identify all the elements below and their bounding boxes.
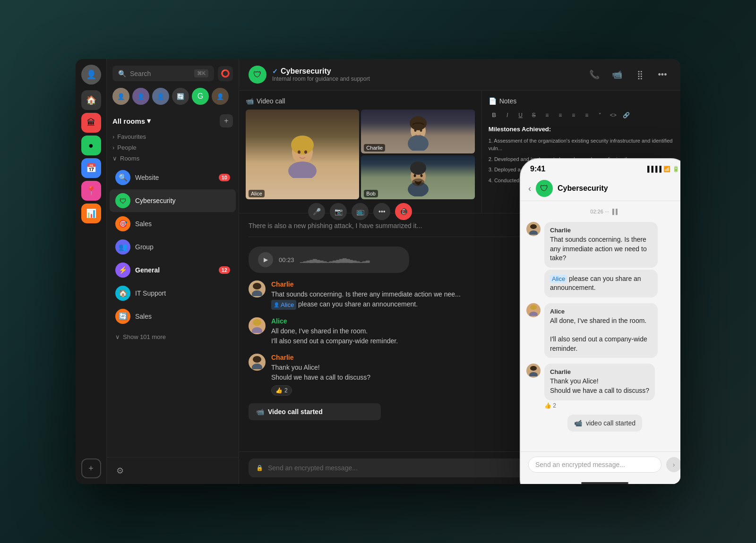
dot-nav-btn[interactable]: ● [81, 136, 101, 155]
sidebar-bottom: ⚙ [107, 457, 239, 484]
mobile-message-input[interactable]: Send an encrypted message... [528, 457, 662, 473]
search-label: Search [130, 70, 151, 77]
people-section[interactable]: › People [107, 142, 239, 153]
svg-point-17 [253, 283, 261, 289]
audio-waveform: ▁▂▃▄▅▄▃▂▁▂▃▄▅▆▅▄▃▂▁▂▃ [300, 257, 369, 263]
room-icon-cybersecurity: 🛡 [115, 193, 130, 208]
map-nav-btn[interactable]: 📍 [81, 181, 101, 201]
mobile-room-name: Cybersecurity [558, 184, 608, 193]
list1-btn[interactable]: ≡ [541, 110, 553, 121]
svg-point-7 [408, 135, 429, 151]
user-avatar-5[interactable]: G [192, 88, 209, 105]
room-icon-sales: 🎯 [115, 216, 130, 231]
video-face-alice [246, 110, 359, 199]
mobile-home-bar [521, 477, 680, 484]
mobile-send-btn[interactable]: › [666, 457, 680, 472]
room-item-itsupport[interactable]: 🏠 IT Support [110, 282, 236, 305]
mobile-alice-text: All done, I've shared in the room. I'll … [550, 316, 652, 353]
mobile-charlie-text-2: Thank you Alice! Should we have a call t… [550, 377, 649, 395]
room-item-website[interactable]: 🔍 Website 10 [110, 166, 236, 189]
svg-point-3 [298, 151, 301, 154]
rooms-section[interactable]: ∨ Rooms [107, 153, 239, 164]
mobile-signal-icons: ▐▐▐▐ 📶 🔋 [645, 166, 679, 172]
code-btn[interactable]: <> [608, 110, 619, 121]
user-avatar-1[interactable]: 👤 [112, 88, 129, 105]
mobile-messages-area: 02:26 ··· ▐ ▌ Charlie That sounds concer… [521, 201, 680, 451]
chat-header-info: ✓ Cybersecurity Internal room for guidan… [272, 67, 580, 82]
room-item-group[interactable]: 👥 Group [110, 236, 236, 258]
building-nav-btn[interactable]: 🏛 [81, 113, 101, 133]
room-item-sales2[interactable]: 🔄 Sales [110, 305, 236, 328]
all-rooms-label[interactable]: All rooms ▾ [112, 117, 151, 125]
emoji-reaction[interactable]: 👍 2 [271, 385, 292, 396]
underline-btn[interactable]: U [515, 110, 526, 121]
battery-icon: 🔋 [672, 166, 679, 172]
apps-btn[interactable]: ⣿ [631, 66, 648, 83]
mobile-charlie-mention-text: Alice please can you share an announceme… [550, 274, 652, 293]
user-avatar-3[interactable]: 👤 [152, 88, 169, 105]
user-avatar-2[interactable]: 👤 [132, 88, 149, 105]
chart-nav-btn[interactable]: 📊 [81, 204, 101, 223]
mobile-charlie-mention-bubble: Alice please can you share an announceme… [544, 270, 658, 297]
svg-point-26 [530, 224, 537, 229]
search-box[interactable]: 🔍 Search ⌘K [112, 66, 214, 81]
chat-room-avatar: 🛡 [249, 66, 266, 84]
thumbsup-emoji: 👍 [275, 387, 283, 394]
svg-point-29 [530, 305, 537, 310]
input-placeholder: Send an encrypted message... [268, 464, 358, 472]
mobile-alice-name: Alice [550, 308, 652, 315]
strikethrough-btn[interactable]: S [528, 110, 540, 121]
charlie-avatar [249, 280, 266, 297]
audio-time: 00:23 [279, 256, 294, 263]
room-item-general[interactable]: ⚡ General 12 [110, 259, 236, 281]
video-name-alice: Alice [249, 190, 265, 197]
room-item-sales[interactable]: 🎯 Sales [110, 212, 236, 235]
mobile-charlie-avatar-2 [526, 364, 541, 378]
svg-point-33 [529, 372, 538, 376]
video-panel-title: 📹 Video call [246, 97, 475, 105]
svg-point-18 [252, 290, 262, 296]
quote-btn[interactable]: " [594, 110, 606, 121]
list4-btn[interactable]: ≡ [581, 110, 593, 121]
svg-point-1 [291, 136, 314, 154]
list3-btn[interactable]: ≡ [568, 110, 579, 121]
chevron-down-small-icon: ∨ [115, 333, 120, 340]
favourites-section[interactable]: › Favourites [107, 131, 239, 142]
mobile-msg-charlie-2: Charlie Thank you Alice! Should we have … [526, 364, 680, 408]
room-item-cybersecurity[interactable]: 🛡 Cybersecurity [110, 189, 236, 212]
bold-btn[interactable]: B [489, 110, 500, 121]
add-room-btn[interactable]: + [220, 114, 233, 127]
italic-btn[interactable]: I [502, 110, 513, 121]
mobile-back-btn[interactable]: ‹ [528, 184, 531, 194]
svg-point-14 [420, 174, 422, 177]
notes-panel-title: 📄 Notes [489, 97, 674, 105]
user-avatar-6[interactable]: 👤 [212, 88, 229, 105]
settings-btn[interactable]: ⚙ [112, 463, 128, 478]
mobile-video-call-notification: 📹 video call started [567, 415, 642, 432]
room-name-sales2: Sales [135, 313, 230, 320]
list2-btn[interactable]: ≡ [555, 110, 566, 121]
rooms-label: Rooms [120, 155, 139, 162]
room-icon-group: 👥 [115, 239, 130, 255]
video-name-bob: Bob [364, 190, 378, 197]
calendar-nav-btn[interactable]: 📅 [81, 158, 101, 178]
mobile-msg-alice: Alice All done, I've shared in the room.… [526, 303, 680, 358]
user-avatar-4[interactable]: 🔄 [172, 88, 189, 105]
video-btn[interactable]: 📹 [609, 66, 626, 83]
link-btn[interactable]: 🔗 [621, 110, 632, 121]
explore-btn[interactable]: ⭕ [218, 66, 233, 81]
more-options-btn[interactable]: ••• [654, 66, 671, 83]
home-nav-btn[interactable]: 🏠 [81, 90, 101, 110]
svg-point-4 [304, 151, 307, 154]
mobile-charlie-bubble-2: Charlie Thank you Alice! Should we have … [544, 364, 655, 400]
play-audio-btn[interactable]: ▶ [258, 252, 273, 267]
room-name-group: Group [135, 243, 230, 251]
phone-btn[interactable]: 📞 [586, 66, 603, 83]
add-workspace-btn[interactable]: + [81, 458, 101, 478]
lock-icon: 🔒 [256, 465, 263, 471]
video-panel: 📹 Video call [239, 91, 482, 213]
user-avatar[interactable]: 👤 [81, 65, 101, 85]
show-more-btn[interactable]: ∨ Show 101 more [110, 329, 236, 345]
svg-point-8 [414, 129, 416, 132]
audio-message: ▶ 00:23 ▁▂▃▄▅▄▃▂▁▂▃▄▅▆▅▄▃▂▁▂▃ [249, 246, 409, 273]
